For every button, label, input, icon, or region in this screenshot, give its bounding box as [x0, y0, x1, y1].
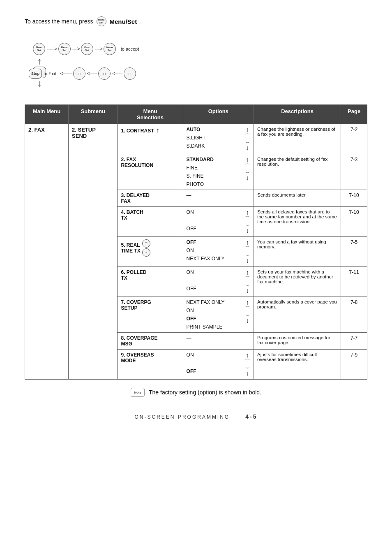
opt-photo: PHOTO	[187, 181, 214, 187]
options-overseas: ON OFF ↑ ⌒ ⌣ ↓	[183, 350, 254, 380]
nav-diagram: MenuSet - - - - - -> MenuSet - - - -> Me…	[25, 39, 367, 92]
page-covermsg: 7-7	[341, 333, 367, 350]
options-delayed: —	[183, 190, 254, 207]
header-menu-sel: MenuSelections	[118, 105, 183, 124]
desc-covermsg: Programs customized message for fax cove…	[254, 333, 341, 350]
page-contrast: 7-2	[341, 124, 367, 154]
opt-covermsg-dash: —	[187, 335, 191, 341]
opt-polled-off: OFF	[187, 286, 196, 292]
desc-delayed: Sends documents later.	[254, 190, 341, 207]
menu-sel-covermsg: 8. COVERPAGEMSG	[118, 333, 183, 350]
opt-coverpg-next: NEXT FAX ONLY	[187, 299, 225, 305]
nav-btn-2: MenuSet	[58, 43, 71, 55]
desc-coverpg: Automatically sends a cover page you pro…	[254, 297, 341, 333]
submenu-cell: 2. SETUPSEND	[69, 124, 118, 380]
header-submenu: Submenu	[69, 105, 118, 124]
nav-back-btn-1: ○	[73, 67, 85, 80]
footer-note: Note The factory setting (option) is sho…	[25, 388, 367, 397]
back-arrow-2: <- - - - - -	[87, 71, 97, 76]
sub-nav-down: ⌣	[142, 248, 150, 257]
options-real-time: OFF ON NEXT FAX ONLY ↑ ⌒ ⌣ ↓	[183, 237, 254, 267]
dash-arrow-3: - - - ->	[95, 46, 102, 52]
scroll-fax-res: ↑ ⌒ ⌣ ↓	[244, 157, 250, 181]
opt-coverpg-off: OFF	[187, 316, 225, 322]
intro-text: To access the menu, press	[25, 18, 93, 25]
to-exit-label: to Exit	[44, 71, 56, 76]
opt-coverpg-print: PRINT SAMPLE	[187, 324, 225, 330]
menu-sel-polled: 6. POLLEDTX	[118, 267, 183, 297]
intro-line: To access the menu, press MenuSet Menu/S…	[25, 16, 367, 26]
nav-btn-3: MenuSet	[81, 43, 93, 55]
header-desc: Descriptions	[254, 105, 341, 124]
opt-batch-off: OFF	[187, 226, 196, 232]
opt-coverpg-on: ON	[187, 308, 225, 313]
menu-sel-overseas: 9. OVERSEASMODE	[118, 350, 183, 380]
header-page: Page	[341, 105, 367, 124]
nav-top-row: MenuSet - - - - - -> MenuSet - - - -> Me…	[33, 43, 139, 55]
nav-back-btn-3: ○	[124, 67, 136, 80]
desc-fax-res: Changes the default setting of fax resol…	[254, 154, 341, 190]
scroll-polled: ↑ ⌒ ⌣ ↓	[244, 269, 250, 294]
options-contrast: AUTO S.LIGHT S.DARK ↑ ⌒ ⌣ ↓	[183, 124, 254, 154]
opt-batch-on: ON	[187, 209, 196, 215]
option-auto: AUTO	[187, 127, 206, 132]
to-accept-label: to accept	[121, 46, 139, 51]
main-menu-cell: 2. FAX	[25, 124, 69, 380]
nav-bottom-row: Stop to Exit <- - - - - - - ○ <- - - - -…	[29, 67, 136, 80]
opt-overseas-off: OFF	[187, 368, 196, 374]
page-number: 4-5	[245, 413, 257, 420]
menu-sel-contrast: 1. CONTRAST ↑	[118, 124, 183, 154]
desc-contrast: Changes the lightness or darkness of a f…	[254, 124, 341, 154]
desc-real-time: You can send a fax without using memory.	[254, 237, 341, 267]
note-icon: Note	[131, 388, 145, 397]
submenu-label: 2. SETUPSEND	[72, 127, 96, 139]
option-sdark: S.DARK	[187, 143, 206, 149]
page-batch: 7-10	[341, 207, 367, 237]
desc-batch: Sends all delayed faxes that are to the …	[254, 207, 341, 237]
header-options: Options	[183, 105, 254, 124]
opt-sfine: S. FINE	[187, 173, 214, 179]
menu-num-1: 1.	[121, 128, 126, 134]
main-menu-label: 2. FAX	[28, 127, 45, 133]
nav-back-btn-2: ○	[98, 67, 111, 80]
note-text: The factory setting (option) is shown in…	[149, 389, 261, 396]
page-coverpg: 7-8	[341, 297, 367, 333]
opt-delayed-dash: —	[187, 192, 191, 198]
menu-sel-batch: 4. BATCHTX	[118, 207, 183, 237]
opt-standard: STANDARD	[187, 157, 214, 162]
menu-sel-delayed: 3. DELAYEDFAX	[118, 190, 183, 207]
real-time-label: 5. REALTIME TX	[121, 242, 140, 254]
desc-polled: Sets up your fax machine with a document…	[254, 267, 341, 297]
options-fax-res: STANDARD FINE S. FINE PHOTO ↑ ⌒ ⌣ ↓	[183, 154, 254, 190]
options-coverpg: NEXT FAX ONLY ON OFF PRINT SAMPLE ↑ ⌒ ⌣ …	[183, 297, 254, 333]
menu-table: Main Menu Submenu MenuSelections Options…	[25, 104, 367, 380]
stop-btn: Stop	[29, 69, 42, 79]
page-polled: 7-11	[341, 267, 367, 297]
scroll-real-time: ↑ ⌒ ⌣ ↓	[244, 239, 250, 264]
options-covermsg: —	[183, 333, 254, 350]
button-label: Menu/Set	[110, 18, 137, 25]
nav-btn-4: MenuSet	[104, 43, 116, 55]
options-polled: ON OFF ↑ ⌒ ⌣ ↓	[183, 267, 254, 297]
menu-sel-fax-res: 2. FAXRESOLUTION	[118, 154, 183, 190]
table-row: 2. FAX 2. SETUPSEND 1. CONTRAST ↑ AUTO S…	[25, 124, 367, 154]
page-footer-label: ON-SCREEN PROGRAMMING	[135, 414, 230, 420]
option-slight: S.LIGHT	[187, 135, 206, 141]
opt-overseas-on: ON	[187, 352, 196, 358]
page-footer: ON-SCREEN PROGRAMMING 4-5	[25, 413, 367, 420]
opt-real-on: ON	[187, 248, 225, 253]
menu-sel-real-time: 5. REALTIME TX ⌒ ⌣	[118, 237, 183, 267]
dash-arrow-1: - - - - - ->	[47, 46, 57, 52]
opt-real-next: NEXT FAX ONLY	[187, 256, 225, 262]
scroll-contrast: ↑ ⌒ ⌣ ↓	[244, 127, 250, 151]
period: .	[140, 18, 142, 25]
page-real-time: 7-5	[341, 237, 367, 267]
page-delayed: 7-10	[341, 190, 367, 207]
back-arrow-3: <- - - - - -	[112, 71, 122, 76]
nav-btn-1: MenuSet	[33, 43, 45, 55]
opt-polled-on: ON	[187, 269, 196, 275]
note-label: Note	[134, 391, 141, 394]
stop-label: Stop	[31, 72, 39, 76]
header-main-menu: Main Menu	[25, 105, 69, 124]
scroll-coverpg: ↑ ⌒ ⌣ ↓	[244, 299, 250, 324]
